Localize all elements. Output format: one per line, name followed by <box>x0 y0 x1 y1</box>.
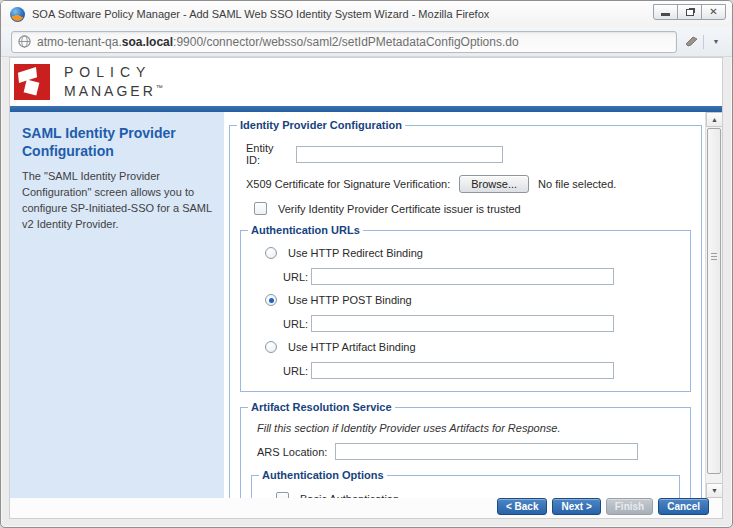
entity-id-label: Entity ID: <box>246 142 290 166</box>
brand-line2: MANAGER™ <box>64 80 163 99</box>
fieldset-idp-configuration: Identity Provider Configuration Entity I… <box>229 119 702 498</box>
artifact-url-row: URL: <box>283 362 680 379</box>
scroll-down-icon: ▼ <box>711 487 718 494</box>
redirect-binding-radio[interactable] <box>265 247 277 259</box>
scrollbar-grip <box>711 253 717 261</box>
urlbar-go-icon[interactable] <box>683 35 699 49</box>
globe-icon <box>18 35 31 48</box>
scroll-up-button[interactable]: ▲ <box>706 112 722 127</box>
legend-idp-configuration: Identity Provider Configuration <box>237 119 405 131</box>
entity-id-row: Entity ID: <box>246 142 691 166</box>
url-domain: soa.local <box>122 35 173 49</box>
legend-authentication-urls: Authentication URLs <box>248 224 363 236</box>
navigation-toolbar: atmo-tenant-qa.soa.local:9900/connector/… <box>1 27 732 57</box>
verify-cert-checkbox[interactable]: ✓ <box>254 202 267 215</box>
ars-location-row: ARS Location: <box>257 443 680 460</box>
restore-button[interactable] <box>677 4 702 20</box>
fieldset-authentication-options: Authentication Options ✓ Basic Authentic… <box>251 469 680 498</box>
url-suffix: :9900/connector/websso/saml2/setIdPMetad… <box>173 35 519 49</box>
window-title: SOA Software Policy Manager - Add SAML W… <box>32 8 489 20</box>
minimize-button[interactable] <box>653 4 678 20</box>
legend-artifact-resolution: Artifact Resolution Service <box>248 401 395 413</box>
legend-authentication-options: Authentication Options <box>259 469 387 481</box>
wizard-sidebar: SAML Identity Provider Configuration The… <box>10 112 224 498</box>
post-url-input[interactable] <box>311 315 614 332</box>
page: POLICY MANAGER™ SAML Identity Provider C… <box>9 57 723 519</box>
x509-label: X509 Certificate for Signature Verificat… <box>246 178 450 190</box>
redirect-binding-row: Use HTTP Redirect Binding <box>265 247 680 259</box>
url-prefix: atmo-tenant-qa. <box>37 35 122 49</box>
entity-id-input[interactable] <box>296 146 503 163</box>
post-binding-row: Use HTTP POST Binding <box>265 294 680 306</box>
browser-window: SOA Software Policy Manager - Add SAML W… <box>0 0 733 528</box>
scroll-down-button[interactable]: ▼ <box>706 483 722 498</box>
post-url-row: URL: <box>283 315 680 332</box>
window-controls: ✕ <box>654 1 726 27</box>
redirect-url-row: URL: <box>283 268 680 285</box>
fieldset-authentication-urls: Authentication URLs Use HTTP Redirect Bi… <box>240 224 691 392</box>
scrollbar-thumb[interactable] <box>707 128 721 474</box>
minimize-icon <box>661 13 670 16</box>
post-url-label: URL: <box>283 318 311 330</box>
sidebar-title: SAML Identity Provider Configuration <box>22 125 212 160</box>
brand-line1: POLICY <box>64 65 163 80</box>
verify-cert-label: Verify Identity Provider Certificate iss… <box>278 203 521 215</box>
redirect-url-input[interactable] <box>311 268 614 285</box>
wizard-button-bar: < Back Next > Finish Cancel <box>10 498 722 518</box>
url-bar[interactable]: atmo-tenant-qa.soa.local:9900/connector/… <box>11 31 677 53</box>
app-title: POLICY MANAGER™ <box>64 65 163 99</box>
artifact-binding-label: Use HTTP Artifact Binding <box>288 341 416 353</box>
redirect-binding-label: Use HTTP Redirect Binding <box>288 247 423 259</box>
url-text: atmo-tenant-qa.soa.local:9900/connector/… <box>37 35 519 49</box>
trademark: ™ <box>156 84 163 91</box>
ars-location-label: ARS Location: <box>257 446 329 458</box>
artifact-binding-radio[interactable] <box>265 341 277 353</box>
back-button[interactable]: < Back <box>497 498 548 515</box>
restore-icon <box>686 9 694 16</box>
soa-logo <box>14 64 50 100</box>
close-icon: ✕ <box>709 7 717 17</box>
app-header: POLICY MANAGER™ <box>10 58 722 106</box>
toolbar-separator <box>703 35 704 49</box>
title-bar: SOA Software Policy Manager - Add SAML W… <box>1 1 732 27</box>
ars-location-input[interactable] <box>335 443 638 460</box>
form-panel: Identity Provider Configuration Entity I… <box>224 112 705 498</box>
content-area: SAML Identity Provider Configuration The… <box>10 112 722 498</box>
finish-button: Finish <box>606 498 653 515</box>
urlbar-actions: ▼ <box>683 35 724 49</box>
no-file-text: No file selected. <box>538 178 616 190</box>
artifact-binding-row: Use HTTP Artifact Binding <box>265 341 680 353</box>
browse-button[interactable]: Browse... <box>459 175 529 193</box>
vertical-scrollbar[interactable]: ▲ ▼ <box>705 112 722 498</box>
next-button[interactable]: Next > <box>552 498 600 515</box>
chevron-down-icon: ▼ <box>713 38 720 45</box>
close-button[interactable]: ✕ <box>701 4 726 20</box>
scroll-up-icon: ▲ <box>711 116 718 123</box>
verify-cert-row: ✓ Verify Identity Provider Certificate i… <box>254 202 691 215</box>
firefox-icon <box>10 7 25 22</box>
post-binding-label: Use HTTP POST Binding <box>288 294 412 306</box>
post-binding-radio[interactable] <box>265 294 277 306</box>
artifact-url-label: URL: <box>283 365 311 377</box>
urlbar-dropdown-button[interactable]: ▼ <box>708 35 724 49</box>
x509-certificate-row: X509 Certificate for Signature Verificat… <box>246 175 691 193</box>
artifact-note: Fill this section if Identity Provider u… <box>257 422 680 434</box>
cancel-button[interactable]: Cancel <box>658 498 709 515</box>
artifact-url-input[interactable] <box>311 362 614 379</box>
redirect-url-label: URL: <box>283 271 311 283</box>
sidebar-description: The "SAML Identity Provider Configuratio… <box>22 169 212 233</box>
fieldset-artifact-resolution: Artifact Resolution Service Fill this se… <box>240 401 691 498</box>
